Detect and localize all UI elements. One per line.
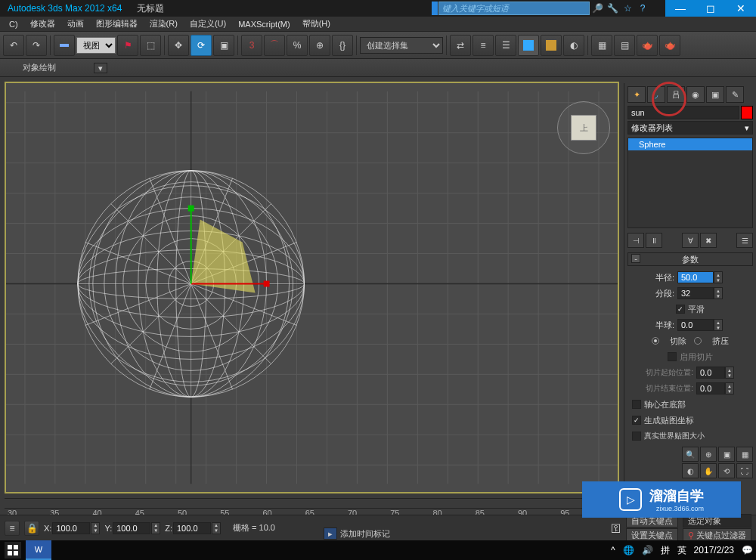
add-time-marker-label[interactable]: 添加时间标记 (340, 528, 390, 540)
ribbon-dropdown-icon[interactable]: ▾ (94, 63, 107, 73)
ref-coord-select[interactable]: 视图 (76, 37, 116, 54)
radius-spinner[interactable]: 50.0 (677, 271, 714, 283)
wrench-icon[interactable]: 🔧 (605, 2, 620, 15)
modify-tab[interactable]: ◞ (647, 86, 665, 103)
taskbar-word-icon[interactable]: W (26, 540, 51, 560)
star-icon[interactable]: ☆ (620, 2, 635, 15)
edit-named-sel-icon[interactable]: {} (332, 35, 353, 56)
menu-customize-u[interactable]: 自定义(U) (184, 18, 232, 29)
maximize-button[interactable]: ◻ (696, 0, 726, 17)
percent-snap-icon[interactable]: % (287, 35, 308, 56)
viewcube-face[interactable]: 上 (571, 115, 596, 141)
stack-item-sphere[interactable]: Sphere (628, 138, 752, 150)
nav-extents-sel-icon[interactable]: ▦ (736, 447, 753, 462)
schematic-view-button[interactable] (541, 35, 562, 56)
remove-mod-icon[interactable]: ✖ (700, 233, 717, 248)
render-frame-button[interactable]: ▤ (614, 35, 635, 56)
viewcube[interactable]: 上 (557, 101, 610, 154)
slice-from-spinner-buttons[interactable]: ▲▼ (725, 367, 734, 379)
motion-tab[interactable]: ◉ (686, 86, 705, 103)
binoculars-icon[interactable]: 🔎 (590, 2, 605, 15)
menu-animation[interactable]: 动画 (61, 18, 90, 29)
hemisphere-spinner[interactable]: 0.0 (677, 319, 714, 331)
close-button[interactable]: ✕ (726, 0, 756, 17)
help-icon[interactable]: ? (635, 2, 650, 15)
nav-fov-icon[interactable]: ◐ (682, 463, 699, 478)
nav-zoom-all-icon[interactable]: ⊕ (700, 447, 717, 462)
search-input[interactable]: 键入关键字或短语 (438, 2, 590, 15)
squash-radio[interactable] (694, 337, 702, 345)
smooth-checkbox[interactable]: ✓ (676, 305, 685, 314)
material-editor-button[interactable]: ◐ (563, 35, 584, 56)
menu-rendering[interactable]: 渲染(R) (144, 18, 184, 29)
lock-selection-icon[interactable]: 🔒 (24, 521, 39, 536)
pin-stack-icon[interactable]: ⊣ (627, 233, 644, 248)
tray-network-icon[interactable]: 🌐 (623, 545, 634, 555)
minimize-button[interactable]: — (665, 0, 696, 17)
coord-z-input[interactable]: 100.0 (173, 522, 211, 534)
redo-button[interactable]: ↷ (26, 35, 47, 56)
show-end-result-icon[interactable]: Ⅱ (646, 233, 662, 248)
render-setup-button[interactable]: ▦ (591, 35, 612, 56)
slice-on-checkbox[interactable] (668, 352, 677, 361)
mirror-button[interactable]: ⇄ (450, 35, 471, 56)
display-tab[interactable]: ▣ (706, 86, 724, 103)
nav-extents-icon[interactable]: ▣ (718, 447, 735, 462)
modifier-stack[interactable]: Sphere (627, 138, 753, 228)
render-button[interactable]: 🫖 (637, 35, 658, 56)
base-pivot-checkbox[interactable] (632, 400, 641, 409)
taskbar-date[interactable]: 2017/2/23 (694, 545, 734, 555)
hemisphere-spinner-buttons[interactable]: ▲▼ (714, 319, 723, 331)
menu-maxscript[interactable]: MAXScript(M) (232, 20, 296, 29)
time-tag-icon[interactable]: ▸ (324, 528, 337, 540)
segments-spinner-buttons[interactable]: ▲▼ (714, 287, 723, 299)
menu-customize-c[interactable]: C) (3, 20, 24, 29)
curve-editor-button[interactable] (518, 35, 539, 56)
key-lock-icon[interactable]: ⚿ (611, 522, 621, 534)
layers-button[interactable]: ☰ (495, 35, 516, 56)
menu-help[interactable]: 帮助(H) (296, 18, 336, 29)
tray-volume-icon[interactable]: 🔊 (642, 545, 653, 555)
object-name-input[interactable] (627, 106, 739, 119)
nav-pan-icon[interactable]: ✋ (700, 463, 717, 478)
tray-ime-icon[interactable]: 拼 (661, 544, 670, 557)
chop-radio[interactable] (652, 337, 659, 345)
viewport-top[interactable]: 上 (5, 82, 619, 493)
nav-maximize-icon[interactable]: ⛶ (736, 463, 753, 478)
menu-graph-editors[interactable]: 图形编辑器 (90, 18, 144, 29)
configure-sets-icon[interactable]: ☰ (736, 233, 753, 248)
modifier-list-dropdown[interactable]: 修改器列表▾ (627, 121, 753, 135)
start-button[interactable] (5, 542, 21, 558)
create-tab[interactable]: ✦ (627, 86, 646, 103)
menu-modifiers[interactable]: 修改器 (24, 18, 61, 29)
align-button[interactable]: ≡ (472, 35, 494, 56)
radius-spinner-buttons[interactable]: ▲▼ (714, 271, 723, 283)
nav-zoom-icon[interactable]: 🔍 (682, 447, 699, 462)
scale-button[interactable]: ▣ (213, 35, 234, 56)
slice-to-spinner[interactable]: 0.0 (696, 382, 725, 394)
coord-y-input[interactable]: 100.0 (113, 522, 150, 534)
tray-lang-icon[interactable]: 英 (677, 544, 686, 557)
flag-icon[interactable]: ⚑ (117, 35, 138, 56)
move-button[interactable]: ✥ (168, 35, 189, 56)
make-unique-icon[interactable]: ∀ (682, 233, 699, 248)
hierarchy-tab[interactable]: 吕 (667, 86, 685, 103)
rollup-parameters[interactable]: - 参数 (627, 252, 753, 266)
nav-orbit-icon[interactable]: ⟲ (718, 463, 735, 478)
segments-spinner[interactable]: 32 (677, 287, 714, 299)
undo-button[interactable]: ↶ (3, 35, 24, 56)
tray-action-center-icon[interactable]: 💬 (742, 545, 753, 555)
search-arrow-icon[interactable] (432, 2, 438, 15)
utilities-tab[interactable]: ✎ (726, 86, 744, 103)
coord-x-input[interactable]: 100.0 (52, 522, 90, 534)
tray-up-icon[interactable]: ^ (611, 545, 615, 555)
slice-from-spinner[interactable]: 0.0 (696, 367, 725, 379)
angle-snap-icon[interactable]: ⌒ (264, 35, 285, 56)
selection-set-select[interactable]: 创建选择集 (360, 37, 443, 54)
rollup-collapse-icon[interactable]: - (631, 254, 640, 263)
gen-coords-checkbox[interactable]: ✓ (632, 416, 641, 425)
real-world-checkbox[interactable] (632, 432, 641, 441)
maxscript-listener-icon[interactable]: ≡ (5, 521, 20, 536)
object-color-swatch[interactable] (741, 106, 753, 119)
link-button[interactable] (54, 35, 75, 56)
